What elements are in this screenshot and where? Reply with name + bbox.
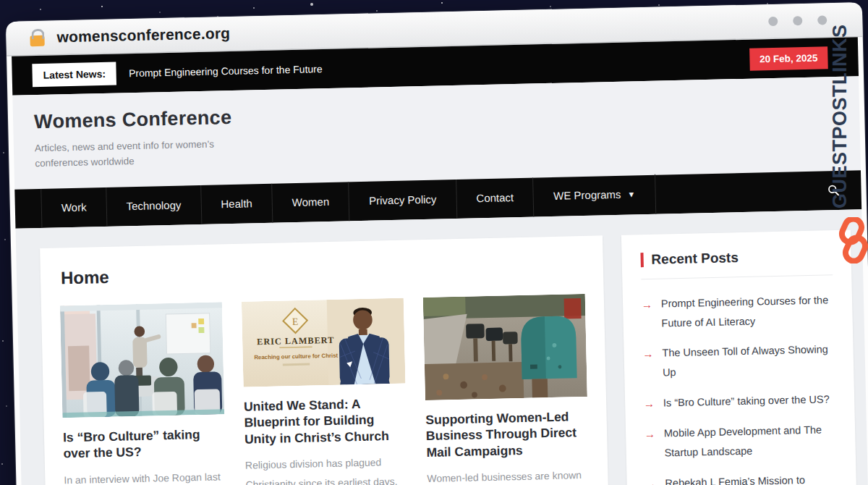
starfield-background: [0, 0, 1, 1]
window-dot-icon[interactable]: [817, 15, 827, 25]
ticker-headline-link[interactable]: Prompt Engineering Courses for the Futur…: [129, 63, 323, 79]
recent-post-title[interactable]: Prompt Engineering Courses for the Futur…: [661, 290, 834, 333]
article-image-office-meeting[interactable]: [60, 302, 224, 418]
accent-bar: [640, 253, 643, 267]
article-title[interactable]: Supporting Women-Led Business Through Di…: [425, 408, 588, 460]
date-badge: 20 Feb, 2025: [749, 46, 828, 70]
nav-item-work[interactable]: Work: [41, 187, 107, 228]
arrow-right-icon: →: [642, 344, 654, 383]
recent-post-title[interactable]: Is “Bro Culture” taking over the US?: [663, 389, 830, 413]
nav-item-health[interactable]: Health: [201, 184, 273, 224]
window-dots-icon[interactable]: [768, 15, 827, 26]
arrow-right-icon: →: [645, 473, 658, 485]
article-image-mailboxes[interactable]: [423, 294, 587, 400]
nav-item-we-programs-label: WE Programs: [553, 188, 621, 202]
article-card: Is “Bro Culture” taking over the US? In …: [60, 302, 227, 485]
article-excerpt: In an interview with Joe Rogan last mont…: [64, 467, 226, 485]
window-dot-icon[interactable]: [768, 16, 778, 25]
page-title: Home: [61, 256, 584, 288]
guestpostlinks-watermark: GUESTPOSTLINKS: [829, 24, 851, 208]
recent-post-title[interactable]: Mobile App Development and The Startup L…: [664, 420, 837, 463]
nav-item-privacy-policy[interactable]: Privacy Policy: [349, 180, 458, 221]
page-body: Home: [15, 209, 868, 485]
recent-post-link[interactable]: → Prompt Engineering Courses for the Fut…: [642, 290, 834, 334]
nav-item-technology[interactable]: Technology: [106, 185, 202, 227]
arrow-right-icon: →: [644, 394, 655, 413]
article-title[interactable]: Is “Bro Culture” taking over the US?: [63, 426, 226, 462]
article-grid: Is “Bro Culture” taking over the US? In …: [60, 294, 590, 485]
recent-post-link[interactable]: → The Unseen Toll of Always Showing Up: [642, 340, 835, 384]
recent-post-link[interactable]: → Rebekah L Femia’s Mission to Empower W…: [645, 470, 838, 485]
divider: [641, 274, 833, 279]
chevron-down-icon: ▼: [627, 190, 635, 199]
site-title[interactable]: Womens Conference: [34, 92, 859, 133]
article-image-eric-lambert[interactable]: E ERIC LAMBERT Reaching our culture for …: [242, 298, 406, 387]
article-card: Supporting Women-Led Business Through Di…: [423, 294, 590, 485]
recent-post-title[interactable]: The Unseen Toll of Always Showing Up: [662, 340, 835, 383]
chain-link-icon: [838, 217, 868, 266]
browser-window: womensconference.org Latest News: Prompt…: [6, 2, 868, 485]
address-url[interactable]: womensconference.org: [56, 25, 230, 46]
article-excerpt: Religious division has plagued Christian…: [245, 452, 409, 485]
article-image-logo-text: ERIC LAMBERT: [257, 335, 334, 347]
main-content-panel: Home: [40, 235, 610, 485]
recent-post-link[interactable]: → Is “Bro Culture” taking over the US?: [644, 389, 836, 413]
recent-posts-heading: Recent Posts: [651, 250, 739, 268]
article-excerpt: Women-led businesses are known for gaini…: [427, 465, 590, 485]
nav-item-contact[interactable]: Contact: [456, 177, 535, 218]
recent-posts-widget: Recent Posts → Prompt Engineering Course…: [621, 229, 858, 485]
latest-news-label: Latest News:: [32, 62, 116, 88]
window-dot-icon[interactable]: [793, 16, 802, 25]
article-card: E ERIC LAMBERT Reaching our culture for …: [242, 298, 409, 485]
arrow-right-icon: →: [642, 295, 653, 334]
nav-item-women[interactable]: Women: [272, 182, 350, 222]
lock-icon: [30, 35, 44, 46]
site-tagline: Articles, news and event info for women'…: [35, 137, 218, 172]
arrow-right-icon: →: [644, 424, 656, 463]
recent-post-link[interactable]: → Mobile App Development and The Startup…: [644, 420, 837, 463]
logo-e-glyph: E: [292, 316, 299, 327]
nav-item-we-programs[interactable]: WE Programs▼: [534, 174, 656, 217]
recent-post-title[interactable]: Rebekah L Femia’s Mission to Empower Wom…: [665, 470, 838, 485]
article-title[interactable]: United We Stand: A Blueprint for Buildin…: [244, 395, 407, 447]
